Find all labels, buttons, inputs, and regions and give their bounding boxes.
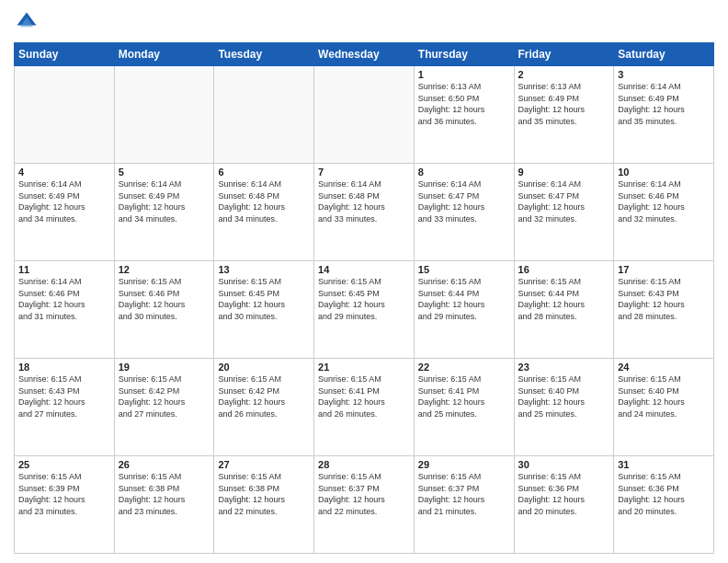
calendar-cell bbox=[114, 66, 214, 164]
weekday-header-sunday: Sunday bbox=[15, 43, 115, 66]
day-info: Sunrise: 6:14 AM Sunset: 6:49 PM Dayligh… bbox=[618, 81, 710, 127]
calendar-cell: 4Sunrise: 6:14 AM Sunset: 6:49 PM Daylig… bbox=[15, 164, 115, 261]
day-info: Sunrise: 6:13 AM Sunset: 6:49 PM Dayligh… bbox=[518, 81, 610, 127]
calendar-cell: 31Sunrise: 6:15 AM Sunset: 6:36 PM Dayli… bbox=[614, 456, 714, 554]
calendar-cell: 20Sunrise: 6:15 AM Sunset: 6:42 PM Dayli… bbox=[214, 359, 314, 456]
day-number: 23 bbox=[518, 362, 610, 373]
day-number: 6 bbox=[218, 167, 310, 178]
day-info: Sunrise: 6:15 AM Sunset: 6:40 PM Dayligh… bbox=[518, 373, 610, 419]
day-number: 17 bbox=[618, 264, 710, 275]
weekday-header-saturday: Saturday bbox=[614, 43, 714, 66]
calendar-week-4: 18Sunrise: 6:15 AM Sunset: 6:43 PM Dayli… bbox=[15, 359, 714, 456]
calendar-cell: 2Sunrise: 6:13 AM Sunset: 6:49 PM Daylig… bbox=[514, 66, 614, 164]
day-info: Sunrise: 6:13 AM Sunset: 6:50 PM Dayligh… bbox=[418, 81, 510, 127]
weekday-header-monday: Monday bbox=[114, 43, 214, 66]
calendar-cell bbox=[214, 66, 314, 164]
logo bbox=[14, 9, 43, 35]
day-number: 16 bbox=[518, 264, 610, 275]
weekday-header-thursday: Thursday bbox=[414, 43, 514, 66]
day-number: 22 bbox=[418, 362, 510, 373]
day-info: Sunrise: 6:14 AM Sunset: 6:48 PM Dayligh… bbox=[218, 178, 310, 224]
calendar-cell: 29Sunrise: 6:15 AM Sunset: 6:37 PM Dayli… bbox=[414, 456, 514, 554]
day-info: Sunrise: 6:15 AM Sunset: 6:39 PM Dayligh… bbox=[18, 471, 110, 517]
day-info: Sunrise: 6:15 AM Sunset: 6:44 PM Dayligh… bbox=[518, 276, 610, 322]
day-info: Sunrise: 6:15 AM Sunset: 6:45 PM Dayligh… bbox=[218, 276, 310, 322]
page: SundayMondayTuesdayWednesdayThursdayFrid… bbox=[0, 0, 728, 563]
calendar-cell: 3Sunrise: 6:14 AM Sunset: 6:49 PM Daylig… bbox=[614, 66, 714, 164]
day-info: Sunrise: 6:15 AM Sunset: 6:37 PM Dayligh… bbox=[318, 471, 410, 517]
calendar-table: SundayMondayTuesdayWednesdayThursdayFrid… bbox=[14, 42, 714, 554]
day-number: 13 bbox=[218, 264, 310, 275]
day-number: 31 bbox=[618, 459, 710, 470]
calendar-cell: 25Sunrise: 6:15 AM Sunset: 6:39 PM Dayli… bbox=[15, 456, 115, 554]
calendar-cell: 9Sunrise: 6:14 AM Sunset: 6:47 PM Daylig… bbox=[514, 164, 614, 261]
day-info: Sunrise: 6:14 AM Sunset: 6:46 PM Dayligh… bbox=[618, 178, 710, 224]
calendar-cell: 13Sunrise: 6:15 AM Sunset: 6:45 PM Dayli… bbox=[214, 261, 314, 359]
day-info: Sunrise: 6:15 AM Sunset: 6:36 PM Dayligh… bbox=[618, 471, 710, 517]
calendar-header: SundayMondayTuesdayWednesdayThursdayFrid… bbox=[15, 43, 714, 66]
day-number: 26 bbox=[119, 459, 210, 470]
calendar-cell: 28Sunrise: 6:15 AM Sunset: 6:37 PM Dayli… bbox=[314, 456, 415, 554]
day-number: 19 bbox=[119, 362, 210, 373]
day-number: 20 bbox=[218, 362, 310, 373]
calendar-cell bbox=[314, 66, 415, 164]
calendar-cell: 5Sunrise: 6:14 AM Sunset: 6:49 PM Daylig… bbox=[114, 164, 214, 261]
calendar-cell bbox=[15, 66, 115, 164]
day-number: 3 bbox=[618, 69, 710, 80]
day-number: 11 bbox=[18, 264, 110, 275]
day-number: 5 bbox=[119, 167, 210, 178]
day-number: 30 bbox=[518, 459, 610, 470]
header bbox=[14, 9, 714, 35]
day-info: Sunrise: 6:14 AM Sunset: 6:49 PM Dayligh… bbox=[18, 178, 110, 224]
calendar-cell: 23Sunrise: 6:15 AM Sunset: 6:40 PM Dayli… bbox=[514, 359, 614, 456]
calendar-cell: 7Sunrise: 6:14 AM Sunset: 6:48 PM Daylig… bbox=[314, 164, 415, 261]
weekday-header-wednesday: Wednesday bbox=[314, 43, 415, 66]
day-info: Sunrise: 6:15 AM Sunset: 6:46 PM Dayligh… bbox=[119, 276, 210, 322]
day-number: 29 bbox=[418, 459, 510, 470]
day-number: 14 bbox=[318, 264, 410, 275]
weekday-row: SundayMondayTuesdayWednesdayThursdayFrid… bbox=[15, 43, 714, 66]
day-number: 1 bbox=[418, 69, 510, 80]
calendar-cell: 26Sunrise: 6:15 AM Sunset: 6:38 PM Dayli… bbox=[114, 456, 214, 554]
day-number: 4 bbox=[18, 167, 110, 178]
day-number: 8 bbox=[418, 167, 510, 178]
calendar-cell: 16Sunrise: 6:15 AM Sunset: 6:44 PM Dayli… bbox=[514, 261, 614, 359]
day-number: 25 bbox=[18, 459, 110, 470]
weekday-header-friday: Friday bbox=[514, 43, 614, 66]
calendar-cell: 17Sunrise: 6:15 AM Sunset: 6:43 PM Dayli… bbox=[614, 261, 714, 359]
day-info: Sunrise: 6:15 AM Sunset: 6:37 PM Dayligh… bbox=[418, 471, 510, 517]
day-info: Sunrise: 6:15 AM Sunset: 6:42 PM Dayligh… bbox=[218, 373, 310, 419]
day-info: Sunrise: 6:14 AM Sunset: 6:47 PM Dayligh… bbox=[418, 178, 510, 224]
calendar-cell: 18Sunrise: 6:15 AM Sunset: 6:43 PM Dayli… bbox=[15, 359, 115, 456]
calendar-cell: 15Sunrise: 6:15 AM Sunset: 6:44 PM Dayli… bbox=[414, 261, 514, 359]
day-number: 15 bbox=[418, 264, 510, 275]
calendar-cell: 10Sunrise: 6:14 AM Sunset: 6:46 PM Dayli… bbox=[614, 164, 714, 261]
day-info: Sunrise: 6:14 AM Sunset: 6:48 PM Dayligh… bbox=[318, 178, 410, 224]
day-info: Sunrise: 6:15 AM Sunset: 6:45 PM Dayligh… bbox=[318, 276, 410, 322]
day-number: 12 bbox=[119, 264, 210, 275]
calendar-cell: 22Sunrise: 6:15 AM Sunset: 6:41 PM Dayli… bbox=[414, 359, 514, 456]
calendar-cell: 30Sunrise: 6:15 AM Sunset: 6:36 PM Dayli… bbox=[514, 456, 614, 554]
calendar-cell: 8Sunrise: 6:14 AM Sunset: 6:47 PM Daylig… bbox=[414, 164, 514, 261]
calendar-cell: 12Sunrise: 6:15 AM Sunset: 6:46 PM Dayli… bbox=[114, 261, 214, 359]
day-info: Sunrise: 6:15 AM Sunset: 6:42 PM Dayligh… bbox=[119, 373, 210, 419]
day-info: Sunrise: 6:15 AM Sunset: 6:41 PM Dayligh… bbox=[418, 373, 510, 419]
day-number: 9 bbox=[518, 167, 610, 178]
day-number: 24 bbox=[618, 362, 710, 373]
day-number: 28 bbox=[318, 459, 410, 470]
calendar-week-3: 11Sunrise: 6:14 AM Sunset: 6:46 PM Dayli… bbox=[15, 261, 714, 359]
day-number: 18 bbox=[18, 362, 110, 373]
day-info: Sunrise: 6:15 AM Sunset: 6:36 PM Dayligh… bbox=[518, 471, 610, 517]
calendar-cell: 21Sunrise: 6:15 AM Sunset: 6:41 PM Dayli… bbox=[314, 359, 415, 456]
day-number: 27 bbox=[218, 459, 310, 470]
day-info: Sunrise: 6:15 AM Sunset: 6:43 PM Dayligh… bbox=[618, 276, 710, 322]
calendar-cell: 1Sunrise: 6:13 AM Sunset: 6:50 PM Daylig… bbox=[414, 66, 514, 164]
calendar-body: 1Sunrise: 6:13 AM Sunset: 6:50 PM Daylig… bbox=[15, 66, 714, 554]
day-number: 2 bbox=[518, 69, 610, 80]
calendar-cell: 24Sunrise: 6:15 AM Sunset: 6:40 PM Dayli… bbox=[614, 359, 714, 456]
day-info: Sunrise: 6:15 AM Sunset: 6:38 PM Dayligh… bbox=[119, 471, 210, 517]
calendar-cell: 19Sunrise: 6:15 AM Sunset: 6:42 PM Dayli… bbox=[114, 359, 214, 456]
day-info: Sunrise: 6:15 AM Sunset: 6:41 PM Dayligh… bbox=[318, 373, 410, 419]
day-info: Sunrise: 6:15 AM Sunset: 6:44 PM Dayligh… bbox=[418, 276, 510, 322]
logo-icon bbox=[14, 9, 40, 35]
